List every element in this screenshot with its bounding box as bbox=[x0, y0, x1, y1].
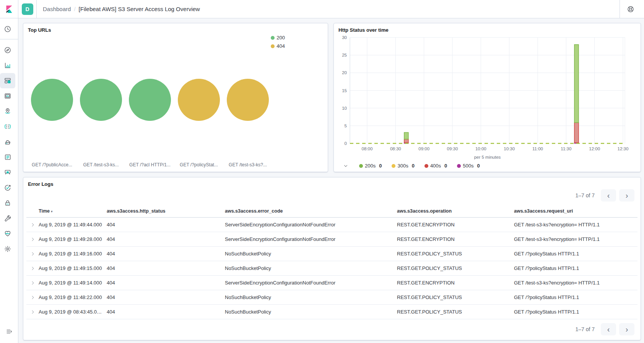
legend-label: 200 bbox=[276, 35, 285, 41]
row-expand-button[interactable] bbox=[29, 309, 36, 315]
row-expand-button[interactable] bbox=[29, 265, 36, 272]
error-logs-table: Time▾aws.s3access.http_statusaws.s3acces… bbox=[26, 205, 637, 319]
sidebar-item-logs[interactable] bbox=[0, 150, 15, 165]
lock-icon bbox=[4, 200, 11, 206]
table-row: Aug 9, 2019 @ 11:49:15.000404NoSuchBucke… bbox=[26, 261, 637, 276]
heart-pulse-icon bbox=[4, 230, 11, 237]
table-cell: REST.GET.ENCRYPTION bbox=[397, 280, 514, 286]
table-cell: NoSuchBucketPolicy bbox=[225, 251, 397, 257]
table-cell: REST.GET.ENCRYPTION bbox=[397, 236, 514, 242]
chevron-right-icon bbox=[31, 281, 35, 285]
sidebar-item-maps[interactable] bbox=[0, 104, 15, 119]
bubble[interactable] bbox=[227, 79, 269, 121]
table-row: Aug 9, 2019 @ 11:48:22.000404NoSuchBucke… bbox=[26, 290, 637, 305]
sidebar-item-canvas[interactable] bbox=[0, 88, 15, 104]
breadcrumb-dashboard[interactable]: Dashboard bbox=[43, 6, 71, 12]
panel-error-logs: Error Logs 1–7 of 7 ‹ › Time▾aws.s3acces… bbox=[23, 177, 641, 340]
table-cell: 404 bbox=[107, 280, 225, 286]
svg-text:11:00: 11:00 bbox=[532, 146, 543, 151]
table-cell: NoSuchBucketPolicy bbox=[225, 309, 397, 315]
clock-icon bbox=[4, 26, 11, 33]
row-expand-button[interactable] bbox=[29, 221, 36, 228]
column-header-error_code[interactable]: aws.s3access.error_code bbox=[225, 208, 397, 214]
sidebar-item-recently-viewed[interactable] bbox=[0, 21, 15, 37]
table-cell: GET /?policyStatus HTTP/1.1 bbox=[514, 294, 637, 300]
svg-text:5: 5 bbox=[345, 124, 347, 128]
table-cell: GET /test-s3-ks?encryption= HTTP/1.1 bbox=[514, 236, 637, 242]
column-header-request_uri[interactable]: aws.s3access.request_uri bbox=[514, 208, 637, 214]
projector-icon bbox=[4, 169, 11, 176]
legend-item-200[interactable]: 200 bbox=[271, 35, 285, 41]
table-cell: REST.GET.POLICY_STATUS bbox=[397, 265, 514, 271]
svg-text:08:30: 08:30 bbox=[390, 146, 401, 151]
table-cell: Aug 9, 2019 @ 11:49:15.000 bbox=[39, 265, 107, 271]
cloud-icon bbox=[4, 138, 11, 145]
bubble-label: GET /?policyStat... bbox=[178, 162, 220, 167]
dashboard-main: Top URLs 200404 GET /?publicAcce...GET /… bbox=[18, 18, 644, 343]
table-cell: Aug 9, 2019 @ 11:49:16.000 bbox=[39, 251, 107, 257]
table-cell: Aug 9, 2019 @ 08:43:45.000 bbox=[39, 309, 107, 315]
legend-label: 300s bbox=[397, 163, 408, 169]
table-cell: 404 bbox=[107, 309, 225, 315]
sidebar-item-discover[interactable] bbox=[0, 42, 15, 58]
svg-text:08:00: 08:00 bbox=[362, 146, 373, 151]
table-row: Aug 9, 2019 @ 08:43:45.000404NoSuchBucke… bbox=[26, 305, 637, 319]
http-status-legend: 200s0300s0400s0500s0 bbox=[337, 163, 637, 169]
chevron-right-icon bbox=[31, 237, 35, 242]
pagination-prev-button[interactable]: ‹ bbox=[601, 189, 616, 202]
bar-chart-icon bbox=[4, 62, 11, 69]
top-panels-row: Top URLs 200404 GET /?publicAcce...GET /… bbox=[23, 23, 641, 172]
sidebar-item-dev-tools[interactable] bbox=[0, 211, 15, 226]
collapse-menu-button[interactable] bbox=[2, 324, 17, 339]
table-cell: Aug 9, 2019 @ 11:49:44.000 bbox=[39, 222, 107, 228]
column-header-time[interactable]: Time▾ bbox=[39, 208, 107, 214]
table-cell: GET /?policyStatus HTTP/1.1 bbox=[514, 251, 637, 257]
legend-item-400s[interactable]: 400s0 bbox=[424, 163, 447, 169]
app-badge-wrap: D bbox=[18, 0, 37, 18]
row-expand-button[interactable] bbox=[29, 294, 36, 301]
panel-title: Http Status over time bbox=[337, 26, 637, 34]
sidebar-divider bbox=[0, 39, 18, 39]
legend-item-300s[interactable]: 300s0 bbox=[392, 163, 414, 169]
row-expand-button[interactable] bbox=[29, 250, 36, 257]
svg-text:11:30: 11:30 bbox=[561, 146, 571, 151]
scroll-icon bbox=[4, 154, 11, 161]
table-cell: GET /test-s3-ks?encryption= HTTP/1.1 bbox=[514, 280, 637, 286]
sidebar-item-stack-monitoring[interactable] bbox=[0, 226, 15, 241]
sidebar-item-management[interactable] bbox=[0, 241, 15, 257]
legend-collapse-button[interactable] bbox=[342, 163, 349, 169]
row-expand-button[interactable] bbox=[29, 280, 36, 286]
sidebar-item-uptime[interactable] bbox=[0, 180, 15, 195]
bubble[interactable] bbox=[80, 79, 122, 121]
bubble[interactable] bbox=[178, 79, 220, 121]
sidebar-item-metrics[interactable] bbox=[0, 134, 15, 150]
legend-item-404[interactable]: 404 bbox=[271, 43, 285, 49]
sidebar-item-siem[interactable] bbox=[0, 195, 15, 211]
legend-item-500s[interactable]: 500s0 bbox=[457, 163, 480, 169]
dashboard-app-badge[interactable]: D bbox=[22, 3, 33, 15]
table-cell: ServerSideEncryptionConfigurationNotFoun… bbox=[225, 280, 397, 286]
table-cell: Aug 9, 2019 @ 11:49:14.000 bbox=[39, 280, 107, 286]
help-button[interactable] bbox=[620, 0, 641, 18]
svg-text:10:00: 10:00 bbox=[475, 146, 486, 151]
legend-item-200s[interactable]: 200s0 bbox=[359, 163, 382, 169]
bubble-label: GET /?acl HTTP/1... bbox=[129, 162, 171, 167]
bubble[interactable] bbox=[129, 79, 171, 121]
svg-text:10:30: 10:30 bbox=[504, 146, 515, 151]
column-header-operation[interactable]: aws.s3access.operation bbox=[397, 208, 514, 214]
table-cell: GET /test-s3-ks?encryption= HTTP/1.1 bbox=[514, 222, 637, 228]
pagination-prev-button[interactable]: ‹ bbox=[601, 323, 616, 335]
sidebar-item-visualize[interactable] bbox=[0, 58, 15, 73]
row-expand-button[interactable] bbox=[29, 236, 36, 243]
sidebar-item-apm[interactable] bbox=[0, 165, 15, 180]
pagination-next-button[interactable]: › bbox=[619, 323, 634, 335]
bubble-label: GET /test-s3-ks... bbox=[80, 162, 122, 167]
kibana-logo[interactable] bbox=[0, 0, 18, 18]
sidebar-item-dashboard[interactable] bbox=[0, 73, 15, 88]
pagination-next-button[interactable]: › bbox=[619, 189, 634, 202]
pagination-bottom: 1–7 of 7 ‹ › bbox=[26, 319, 637, 337]
sidebar-item-machine-learning[interactable] bbox=[0, 119, 15, 134]
bubble[interactable] bbox=[31, 79, 73, 121]
column-header-status[interactable]: aws.s3access.http_status bbox=[107, 208, 225, 214]
table-cell: 404 bbox=[107, 222, 225, 228]
